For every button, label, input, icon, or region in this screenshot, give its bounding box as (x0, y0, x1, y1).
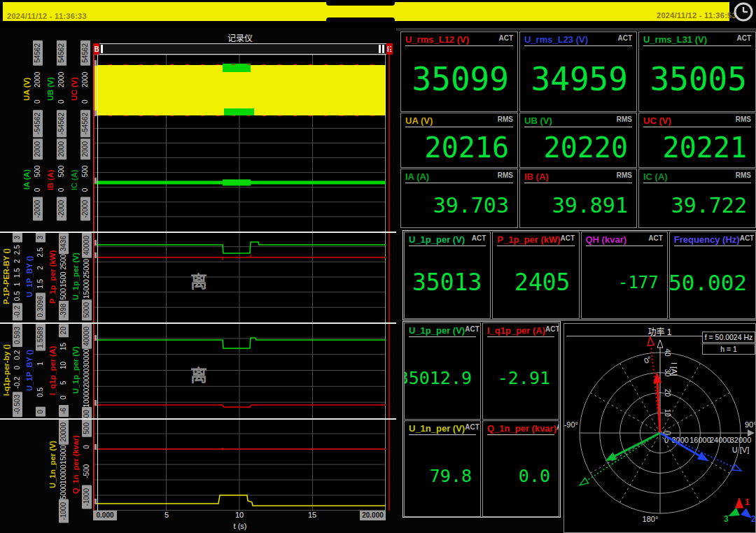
channel-scale: 5456202000-54562 (55, 41, 67, 137)
scale-min-box: -54562 (80, 110, 90, 137)
panel-header: QH (kvar)ACT (582, 232, 667, 246)
measurement-panel[interactable]: IA (A)RMS39.703 (400, 169, 518, 228)
chart-graphic: U [V] (732, 446, 749, 454)
waveform-plot[interactable]: BE (93, 43, 394, 511)
panel-label: UC (V) (643, 115, 671, 126)
measurement-panel[interactable]: UC (V)RMS20221 (638, 113, 756, 168)
channel-axis-strip[interactable]: IA (A)20000500-2000 (21, 138, 44, 221)
panel-value: 39.722 (639, 183, 755, 227)
measurement-panel[interactable]: Q_1n_per (kvar)ACT0.0 (482, 420, 559, 517)
channel-axis-strip[interactable]: P-1P-PER-BY ()30.511.522.5-0.2 (1, 233, 23, 320)
scale-min-box: 5000 (82, 299, 92, 320)
channel-name-label: U_1n_per (V) (47, 420, 57, 509)
chart-graphic (698, 453, 708, 461)
measurement-panel[interactable]: I_q1p_per (A)ACT-2.91 (482, 322, 559, 420)
panel-header: U_rms_L23 (V)ACT (520, 32, 636, 45)
clock-icon[interactable] (732, 1, 755, 23)
panel-label: I_q1p_per (A) (487, 325, 545, 336)
measurement-row-row5: U_1p_per (V)ACT35012.9I_q1p_per (A)ACT-2… (404, 322, 559, 420)
channel-axis-strip[interactable]: IB (A)20000500-2000 (45, 138, 68, 221)
channel-axis-strip[interactable]: U_1P_BY ()1.55890.510 (24, 324, 46, 417)
scale-ticks: 1.522.5 (36, 243, 45, 294)
channel-name-label: UA (V) (21, 41, 31, 137)
channel-axis-strip[interactable]: Q_1n_per (kvar)500-5000-1000 (70, 420, 92, 509)
measurement-panel[interactable]: U_1p_per (V)ACT35013 (404, 232, 491, 319)
scale-ticks: 0.511.522.5 (13, 243, 22, 303)
scale-max-box: 3436 (59, 233, 69, 254)
time-tick: 15 (304, 511, 321, 519)
channel-name-label: I-q1p-per-by () (1, 324, 11, 417)
channel-axis-strip[interactable]: UB (V)5456202000-54562 (45, 41, 68, 137)
panel-function-tag: ACT (498, 34, 513, 42)
measurement-panel[interactable]: UB (V)RMS20220 (519, 113, 637, 168)
panel-header: P_1p_per (kW)ACT (493, 232, 578, 246)
panel-value: 35099 (401, 46, 517, 111)
panel-label: UB (V) (524, 115, 552, 126)
channel-axis-strip[interactable]: I-q1p-per-by ()0.593-0.200.2-0.503 (1, 324, 23, 417)
chart-graphic (93, 43, 393, 55)
panel-value: 20220 (520, 127, 636, 167)
phasor-vector (587, 433, 660, 481)
channel-axis-strip[interactable]: P_1p_per (kW)343650015002500-398 (47, 233, 69, 320)
progress-notch-top (326, 0, 395, 6)
channel-axis-strip[interactable]: U_1p_per (V)40000100002000030000500 (70, 324, 92, 417)
panel-value: 35012.9 (405, 337, 480, 419)
chart-graphic (657, 340, 663, 348)
panel-value: 79.8 (405, 435, 480, 516)
panel-function-tag: RMS (498, 115, 513, 123)
time-start-box: 0.000 (93, 511, 117, 520)
voltage-envelope (93, 65, 386, 115)
chart-graphic: 180° (643, 515, 659, 523)
measurement-row-row4: U_1p_per (V)ACT35013P_1p_per (kW)ACT2405… (404, 232, 756, 319)
measurement-row-row3: IA (A)RMS39.703IB (A)RMS39.891IC (A)RMS3… (400, 169, 756, 228)
channel-axis-strip[interactable]: U_1n_per (V)2000050001000015000-1000 (47, 420, 69, 509)
panel-function-tag: RMS (617, 115, 632, 123)
measurement-panel[interactable]: IC (A)RMS39.722 (638, 169, 756, 228)
measurement-panel[interactable]: Frequency (Hz)ACT50.002 (669, 232, 756, 319)
measurement-panel[interactable]: U_rms_L31 (V)ACT35005 (638, 31, 756, 112)
channel-axis-strip[interactable]: I_q1p_per (A)20051015-6 (47, 324, 69, 417)
panel-value: 20216 (401, 127, 517, 167)
scale-min-box: -2000 (80, 197, 90, 221)
channel-name-label: Q_1n_per (kvar) (70, 420, 80, 509)
channel-name-label: U_1P_BY () (24, 324, 34, 417)
channel-axis-strip[interactable]: UA (V)5456202000-54562 (21, 41, 44, 137)
scale-ticks: 02000 (34, 66, 42, 110)
channel-scale: 343650015002500-398 (57, 233, 69, 320)
panel-function-tag: RMS (617, 171, 632, 179)
panel-label: UA (V) (405, 115, 433, 126)
phasor-vector (657, 383, 660, 433)
chart-graphic: 32000 (730, 436, 752, 444)
panel-function-tag: ACT (545, 325, 559, 333)
channel-axis-strip[interactable]: IC (A)20000500-2000 (69, 138, 92, 221)
panel-value: 39.703 (401, 183, 517, 227)
scale-ticks: 02000 (81, 66, 90, 110)
scale-ticks: 50015002500 (59, 254, 68, 301)
time-axis-label: t (s) (232, 522, 248, 530)
panel-value: 2405 (493, 246, 578, 318)
measurement-panel[interactable]: QH (kvar)ACT-177 (581, 232, 668, 319)
panel-function-tag: RMS (736, 171, 751, 179)
envelope-bump (224, 108, 254, 115)
measurement-row-row6: U_1n_per (V)ACT79.8Q_1n_per (kvar)ACT0.0 (404, 420, 559, 517)
channel-axis-strip[interactable]: U_1P_BY ()31.522.50.3096 (24, 233, 46, 320)
panel-header: UC (V)RMS (639, 113, 755, 127)
measurement-panel[interactable]: U_1n_per (V)ACT79.8 (404, 420, 481, 517)
measurement-panel[interactable]: UA (V)RMS20216 (400, 113, 518, 168)
panel-header: IB (A)RMS (520, 169, 636, 183)
channel-axis-strip[interactable]: U_1p_per (V)4000015000250005000 (70, 233, 92, 320)
measurement-panel[interactable]: P_1p_per (kW)ACT2405 (492, 232, 579, 319)
channel-name-label: IC (A) (69, 138, 79, 221)
measurement-panel[interactable]: U_rms_L23 (V)ACT34959 (519, 31, 637, 112)
legend-phase-number: 1 (745, 497, 750, 507)
channel-axis-strip[interactable]: UC (V)5456202000-54562 (69, 41, 92, 137)
measurement-panel[interactable]: U_rms_L12 (V)ACT35099 (400, 31, 518, 112)
measurement-panel[interactable]: U_1p_per (V)ACT35012.9 (404, 322, 481, 420)
panel-function-tag: ACT (736, 34, 751, 42)
chart-graphic: B (94, 45, 99, 53)
scale-ticks: -0.200.2 (13, 347, 22, 392)
chart-graphic: 16000 (690, 436, 711, 444)
scale-min-box: -54562 (33, 110, 43, 137)
legend-phase-number: 2 (751, 514, 755, 524)
measurement-panel[interactable]: IB (A)RMS39.891 (519, 169, 637, 228)
